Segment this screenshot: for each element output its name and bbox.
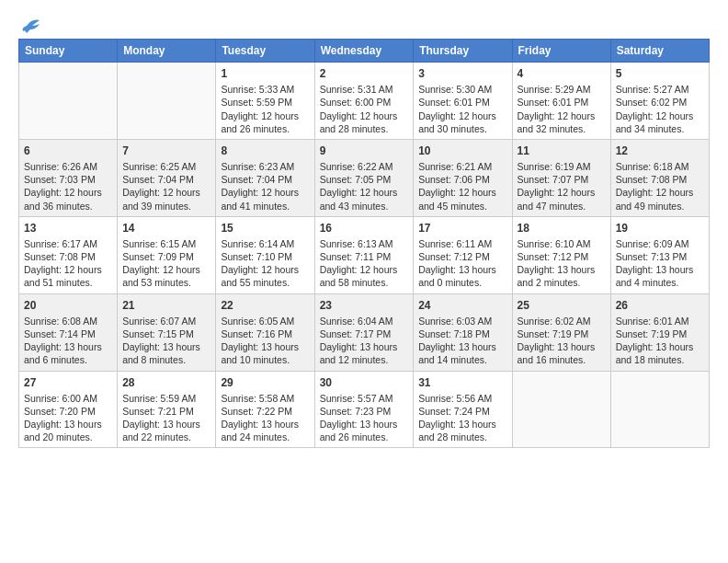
day-info-line: Sunset: 7:23 PM [320,405,409,418]
day-info-line: Sunrise: 6:18 AM [616,160,704,173]
calendar-day-cell: 29Sunrise: 5:58 AMSunset: 7:22 PMDayligh… [216,371,314,448]
day-number: 25 [518,298,606,313]
day-number: 18 [518,221,606,236]
day-info-line: Daylight: 12 hours and 55 minutes. [221,263,309,289]
day-number: 15 [221,221,309,236]
day-info-line: Daylight: 12 hours and 51 minutes. [24,263,112,289]
calendar-day-cell: 17Sunrise: 6:11 AMSunset: 7:12 PMDayligh… [414,216,512,293]
day-info-line: Daylight: 13 hours and 18 minutes. [616,340,704,366]
calendar-day-cell: 16Sunrise: 6:13 AMSunset: 7:11 PMDayligh… [314,216,414,293]
calendar-week-row: 1Sunrise: 5:33 AMSunset: 5:59 PMDaylight… [19,63,710,140]
day-info-line: Sunrise: 5:33 AM [221,83,309,96]
day-info-line: Sunrise: 6:02 AM [518,315,606,327]
calendar-header-friday: Friday [512,40,610,63]
day-info-line: Daylight: 13 hours and 26 minutes. [320,418,409,443]
day-number: 29 [221,375,309,390]
day-info-line: Daylight: 12 hours and 26 minutes. [221,109,309,135]
day-info-line: Sunrise: 5:29 AM [518,83,606,96]
day-info-line: Daylight: 13 hours and 28 minutes. [418,418,506,443]
day-info-line: Daylight: 12 hours and 39 minutes. [122,186,210,212]
day-info-line: Sunset: 7:21 PM [122,405,210,418]
day-info-line: Sunset: 7:10 PM [221,250,309,263]
calendar-header-sunday: Sunday [19,40,118,63]
day-number: 2 [320,66,409,81]
day-number: 12 [616,144,704,158]
calendar-day-cell: 31Sunrise: 5:56 AMSunset: 7:24 PMDayligh… [414,371,512,448]
calendar-day-cell: 10Sunrise: 6:21 AMSunset: 7:06 PMDayligh… [414,139,512,216]
calendar-day-cell: 30Sunrise: 5:57 AMSunset: 7:23 PMDayligh… [314,371,414,448]
calendar-day-cell: 14Sunrise: 6:15 AMSunset: 7:09 PMDayligh… [118,216,216,293]
calendar-day-cell: 27Sunrise: 6:00 AMSunset: 7:20 PMDayligh… [19,371,118,448]
day-info-line: Sunrise: 5:56 AM [418,392,506,405]
day-info-line: Daylight: 13 hours and 22 minutes. [122,418,210,443]
calendar-day-cell: 25Sunrise: 6:02 AMSunset: 7:19 PMDayligh… [512,293,610,371]
day-info-line: Sunset: 7:07 PM [518,173,606,186]
day-info-line: Sunrise: 5:58 AM [221,392,309,405]
day-number: 20 [24,298,112,313]
calendar-week-row: 27Sunrise: 6:00 AMSunset: 7:20 PMDayligh… [19,371,710,448]
day-info-line: Sunrise: 6:26 AM [24,160,112,173]
day-info-line: Sunset: 7:16 PM [221,327,309,340]
day-number: 7 [122,144,210,158]
day-number: 8 [221,144,309,158]
day-info-line: Sunrise: 6:03 AM [418,315,506,327]
day-info-line: Sunset: 6:00 PM [320,96,409,109]
day-info-line: Sunset: 7:20 PM [24,405,112,418]
day-info-line: Daylight: 12 hours and 53 minutes. [122,263,210,289]
day-info-line: Sunset: 6:01 PM [418,96,506,109]
calendar-week-row: 6Sunrise: 6:26 AMSunset: 7:03 PMDaylight… [19,139,710,216]
day-info-line: Daylight: 13 hours and 0 minutes. [418,263,506,289]
calendar-day-cell: 20Sunrise: 6:08 AMSunset: 7:14 PMDayligh… [19,293,118,371]
calendar-day-cell [610,371,709,448]
day-info-line: Sunrise: 5:30 AM [418,83,506,96]
day-number: 26 [616,298,704,313]
day-number: 3 [418,66,506,81]
day-info-line: Daylight: 13 hours and 16 minutes. [518,340,606,366]
day-number: 24 [418,298,506,313]
day-info-line: Sunset: 7:12 PM [518,250,606,263]
day-info-line: Sunrise: 6:15 AM [122,237,210,250]
day-info-line: Daylight: 12 hours and 47 minutes. [518,186,606,212]
day-info-line: Sunrise: 6:09 AM [616,237,704,250]
day-info-line: Sunset: 7:04 PM [221,173,309,186]
day-info-line: Daylight: 13 hours and 12 minutes. [320,340,409,366]
day-number: 31 [418,375,506,390]
day-info-line: Sunset: 7:05 PM [320,173,409,186]
day-info-line: Sunset: 7:09 PM [122,250,210,263]
calendar-day-cell: 13Sunrise: 6:17 AMSunset: 7:08 PMDayligh… [19,216,118,293]
day-info-line: Daylight: 12 hours and 58 minutes. [320,263,409,289]
day-info-line: Daylight: 13 hours and 10 minutes. [221,340,309,366]
day-number: 30 [320,375,409,390]
calendar-header-thursday: Thursday [414,40,512,63]
day-number: 6 [24,144,112,158]
day-info-line: Daylight: 12 hours and 32 minutes. [518,109,606,135]
day-info-line: Sunset: 7:15 PM [122,327,210,340]
calendar-week-row: 20Sunrise: 6:08 AMSunset: 7:14 PMDayligh… [19,293,710,371]
day-info-line: Sunset: 7:14 PM [24,327,112,340]
day-info-line: Sunrise: 6:14 AM [221,237,309,250]
logo [18,18,40,33]
day-number: 10 [418,144,506,158]
day-info-line: Sunset: 7:12 PM [418,250,506,263]
calendar-day-cell: 28Sunrise: 5:59 AMSunset: 7:21 PMDayligh… [118,371,216,448]
calendar-day-cell: 18Sunrise: 6:10 AMSunset: 7:12 PMDayligh… [512,216,610,293]
day-number: 21 [122,298,210,313]
day-info-line: Sunset: 7:19 PM [616,327,704,340]
day-info-line: Sunrise: 6:19 AM [518,160,606,173]
calendar-header-wednesday: Wednesday [314,40,414,63]
day-info-line: Sunset: 7:04 PM [122,173,210,186]
calendar-day-cell: 3Sunrise: 5:30 AMSunset: 6:01 PMDaylight… [414,63,512,140]
day-info-line: Sunrise: 5:57 AM [320,392,409,405]
calendar-header-tuesday: Tuesday [216,40,314,63]
logo-bird-icon [19,18,40,33]
day-info-line: Sunrise: 6:17 AM [24,237,112,250]
day-info-line: Daylight: 12 hours and 49 minutes. [616,186,704,212]
day-info-line: Daylight: 12 hours and 30 minutes. [418,109,506,135]
day-info-line: Daylight: 13 hours and 4 minutes. [616,263,704,289]
day-number: 19 [616,221,704,236]
day-info-line: Sunrise: 6:13 AM [320,237,409,250]
calendar-day-cell: 7Sunrise: 6:25 AMSunset: 7:04 PMDaylight… [118,139,216,216]
calendar-day-cell [19,63,118,140]
calendar-table: SundayMondayTuesdayWednesdayThursdayFrid… [18,39,710,448]
day-info-line: Sunrise: 5:31 AM [320,83,409,96]
